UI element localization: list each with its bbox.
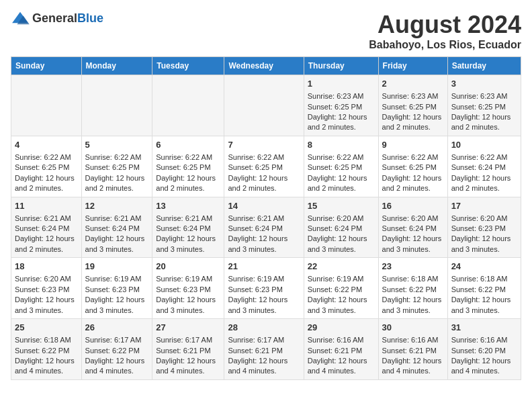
- calendar-cell: 3Sunrise: 6:23 AMSunset: 6:25 PMDaylight…: [447, 75, 521, 136]
- calendar-cell: 31Sunrise: 6:16 AMSunset: 6:20 PMDayligh…: [447, 319, 521, 380]
- header-wednesday: Wednesday: [224, 57, 304, 75]
- day-number: 8: [308, 139, 375, 151]
- calendar-cell: 1Sunrise: 6:23 AMSunset: 6:25 PMDaylight…: [304, 75, 378, 136]
- day-info: Sunrise: 6:18 AMSunset: 6:22 PMDaylight:…: [451, 274, 517, 316]
- calendar-week-5: 25Sunrise: 6:18 AMSunset: 6:22 PMDayligh…: [11, 319, 521, 380]
- day-info: Sunrise: 6:22 AMSunset: 6:25 PMDaylight:…: [15, 152, 78, 194]
- calendar-cell: 7Sunrise: 6:22 AMSunset: 6:25 PMDaylight…: [224, 136, 304, 197]
- calendar-cell: 14Sunrise: 6:21 AMSunset: 6:24 PMDayligh…: [224, 197, 304, 258]
- calendar-cell: 11Sunrise: 6:21 AMSunset: 6:24 PMDayligh…: [11, 197, 82, 258]
- calendar-cell: 9Sunrise: 6:22 AMSunset: 6:25 PMDaylight…: [378, 136, 447, 197]
- day-info: Sunrise: 6:16 AMSunset: 6:21 PMDaylight:…: [382, 335, 444, 377]
- calendar-cell: 12Sunrise: 6:21 AMSunset: 6:24 PMDayligh…: [81, 197, 152, 258]
- calendar-table: Sunday Monday Tuesday Wednesday Thursday…: [11, 56, 521, 380]
- header-sunday: Sunday: [11, 57, 82, 75]
- day-info: Sunrise: 6:20 AMSunset: 6:23 PMDaylight:…: [15, 274, 78, 316]
- calendar-cell: 2Sunrise: 6:23 AMSunset: 6:25 PMDaylight…: [378, 75, 447, 136]
- logo-general: General: [32, 11, 77, 25]
- day-info: Sunrise: 6:22 AMSunset: 6:25 PMDaylight:…: [308, 152, 375, 194]
- logo-icon: [11, 11, 30, 26]
- calendar-cell: [224, 75, 304, 136]
- header-thursday: Thursday: [304, 57, 378, 75]
- day-info: Sunrise: 6:17 AMSunset: 6:21 PMDaylight:…: [228, 335, 300, 377]
- day-info: Sunrise: 6:21 AMSunset: 6:24 PMDaylight:…: [15, 214, 78, 255]
- day-number: 17: [451, 200, 517, 212]
- day-number: 5: [85, 139, 149, 151]
- day-number: 13: [156, 200, 220, 212]
- day-number: 1: [308, 78, 375, 90]
- calendar-cell: 23Sunrise: 6:18 AMSunset: 6:22 PMDayligh…: [378, 258, 447, 319]
- calendar-cell: 27Sunrise: 6:17 AMSunset: 6:21 PMDayligh…: [152, 319, 224, 380]
- calendar-cell: 25Sunrise: 6:18 AMSunset: 6:22 PMDayligh…: [11, 319, 82, 380]
- calendar-cell: [152, 75, 224, 136]
- calendar-week-1: 1Sunrise: 6:23 AMSunset: 6:25 PMDaylight…: [11, 75, 521, 136]
- day-number: 15: [308, 200, 375, 212]
- day-number: 19: [85, 261, 149, 273]
- calendar-cell: 26Sunrise: 6:17 AMSunset: 6:22 PMDayligh…: [81, 319, 152, 380]
- calendar-week-2: 4Sunrise: 6:22 AMSunset: 6:25 PMDaylight…: [11, 136, 521, 197]
- calendar-cell: 22Sunrise: 6:19 AMSunset: 6:22 PMDayligh…: [304, 258, 378, 319]
- day-number: 21: [228, 261, 300, 273]
- calendar-header: Sunday Monday Tuesday Wednesday Thursday…: [11, 57, 521, 75]
- day-info: Sunrise: 6:21 AMSunset: 6:24 PMDaylight:…: [85, 214, 149, 255]
- header: GeneralBlue August 2024 Babahoyo, Los Ri…: [11, 11, 521, 51]
- calendar-body: 1Sunrise: 6:23 AMSunset: 6:25 PMDaylight…: [11, 75, 521, 380]
- day-number: 22: [308, 261, 375, 273]
- header-row: Sunday Monday Tuesday Wednesday Thursday…: [11, 57, 521, 75]
- calendar-cell: 29Sunrise: 6:16 AMSunset: 6:21 PMDayligh…: [304, 319, 378, 380]
- day-info: Sunrise: 6:19 AMSunset: 6:23 PMDaylight:…: [228, 274, 300, 316]
- day-number: 20: [156, 261, 220, 273]
- header-tuesday: Tuesday: [152, 57, 224, 75]
- day-info: Sunrise: 6:20 AMSunset: 6:24 PMDaylight:…: [382, 214, 444, 255]
- calendar-cell: [81, 75, 152, 136]
- day-info: Sunrise: 6:17 AMSunset: 6:21 PMDaylight:…: [156, 335, 220, 377]
- day-info: Sunrise: 6:22 AMSunset: 6:25 PMDaylight:…: [156, 152, 220, 194]
- day-number: 11: [15, 200, 78, 212]
- day-info: Sunrise: 6:22 AMSunset: 6:25 PMDaylight:…: [228, 152, 300, 194]
- day-info: Sunrise: 6:23 AMSunset: 6:25 PMDaylight:…: [308, 91, 375, 133]
- calendar-cell: 24Sunrise: 6:18 AMSunset: 6:22 PMDayligh…: [447, 258, 521, 319]
- day-number: 26: [85, 322, 149, 334]
- calendar-cell: 13Sunrise: 6:21 AMSunset: 6:24 PMDayligh…: [152, 197, 224, 258]
- day-info: Sunrise: 6:22 AMSunset: 6:25 PMDaylight:…: [85, 152, 149, 194]
- day-number: 31: [451, 322, 517, 334]
- calendar-cell: 30Sunrise: 6:16 AMSunset: 6:21 PMDayligh…: [378, 319, 447, 380]
- day-number: 10: [451, 139, 517, 151]
- day-number: 18: [15, 261, 78, 273]
- calendar-cell: [11, 75, 82, 136]
- calendar-cell: 8Sunrise: 6:22 AMSunset: 6:25 PMDaylight…: [304, 136, 378, 197]
- logo: GeneralBlue: [11, 11, 103, 26]
- calendar-cell: 20Sunrise: 6:19 AMSunset: 6:23 PMDayligh…: [152, 258, 224, 319]
- day-number: 16: [382, 200, 444, 212]
- calendar-cell: 10Sunrise: 6:22 AMSunset: 6:24 PMDayligh…: [447, 136, 521, 197]
- calendar-cell: 28Sunrise: 6:17 AMSunset: 6:21 PMDayligh…: [224, 319, 304, 380]
- calendar-week-3: 11Sunrise: 6:21 AMSunset: 6:24 PMDayligh…: [11, 197, 521, 258]
- calendar-cell: 5Sunrise: 6:22 AMSunset: 6:25 PMDaylight…: [81, 136, 152, 197]
- calendar-cell: 21Sunrise: 6:19 AMSunset: 6:23 PMDayligh…: [224, 258, 304, 319]
- day-number: 27: [156, 322, 220, 334]
- day-info: Sunrise: 6:18 AMSunset: 6:22 PMDaylight:…: [15, 335, 78, 377]
- day-info: Sunrise: 6:22 AMSunset: 6:24 PMDaylight:…: [451, 152, 517, 194]
- day-info: Sunrise: 6:19 AMSunset: 6:22 PMDaylight:…: [308, 274, 375, 316]
- day-info: Sunrise: 6:21 AMSunset: 6:24 PMDaylight:…: [156, 214, 220, 255]
- day-number: 3: [451, 78, 517, 90]
- day-info: Sunrise: 6:19 AMSunset: 6:23 PMDaylight:…: [85, 274, 149, 316]
- calendar-week-4: 18Sunrise: 6:20 AMSunset: 6:23 PMDayligh…: [11, 258, 521, 319]
- day-number: 2: [382, 78, 444, 90]
- day-info: Sunrise: 6:23 AMSunset: 6:25 PMDaylight:…: [382, 91, 444, 133]
- day-number: 28: [228, 322, 300, 334]
- header-friday: Friday: [378, 57, 447, 75]
- day-info: Sunrise: 6:20 AMSunset: 6:23 PMDaylight:…: [451, 214, 517, 255]
- day-number: 25: [15, 322, 78, 334]
- day-info: Sunrise: 6:17 AMSunset: 6:22 PMDaylight:…: [85, 335, 149, 377]
- day-info: Sunrise: 6:19 AMSunset: 6:23 PMDaylight:…: [156, 274, 220, 316]
- calendar-cell: 19Sunrise: 6:19 AMSunset: 6:23 PMDayligh…: [81, 258, 152, 319]
- logo-text: GeneralBlue: [32, 11, 103, 26]
- logo-blue: Blue: [77, 11, 103, 25]
- day-number: 9: [382, 139, 444, 151]
- day-info: Sunrise: 6:18 AMSunset: 6:22 PMDaylight:…: [382, 274, 444, 316]
- header-saturday: Saturday: [447, 57, 521, 75]
- day-number: 14: [228, 200, 300, 212]
- day-info: Sunrise: 6:21 AMSunset: 6:24 PMDaylight:…: [228, 214, 300, 255]
- subtitle: Babahoyo, Los Rios, Ecuador: [369, 39, 521, 51]
